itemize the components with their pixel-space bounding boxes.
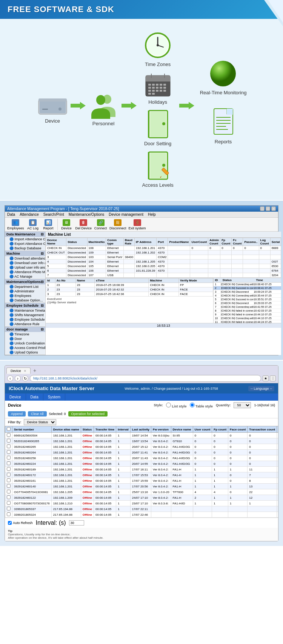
forward-btn[interactable]: › (15, 375, 21, 381)
disconnect-btn[interactable]: ⛓ Disconnect (109, 219, 126, 230)
nav-system[interactable]: System (43, 393, 65, 401)
nav-device[interactable]: Device (5, 393, 26, 401)
table-row[interactable]: 3929182460189192.168.1.201Offline00:00:1… (5, 467, 278, 472)
operation-btn[interactable]: Operation for selected (68, 411, 108, 417)
log-entry[interactable]: 7 [CHECK IN] Connecting with 16:41:55 07… (214, 305, 281, 309)
quantity-select[interactable]: 50 100 150 200 (234, 402, 251, 408)
table-row[interactable]: 3399201805324217.65.194.88Offline00:00:1… (5, 512, 278, 518)
menu-device-mgmt[interactable]: Device management (109, 212, 143, 217)
sidebar-access-priv[interactable]: 🔵 Access Control Privilege (5, 346, 45, 350)
sidebar-backup[interactable]: 🔵 Backup Database (5, 246, 45, 251)
sidebar-timezone[interactable]: 🔵 Timezone (5, 332, 45, 337)
table-row[interactable]: 6Disconnected106Ethernet101.81.228.39437… (46, 269, 281, 273)
sidebar-import[interactable]: 🔵 Import Attendance Checking Data (5, 237, 45, 241)
nav-data[interactable]: Data (26, 393, 43, 401)
table-row[interactable]: OGT70400570413O0081192.168.1.205Offline0… (5, 489, 278, 495)
filter-select[interactable]: Device Status (24, 419, 56, 425)
sidebar-att-rule[interactable]: 🔵 Attendance Rule (5, 322, 45, 326)
web-table-container[interactable]: Serial number Device alias name Status T… (5, 426, 278, 518)
del-device-btn[interactable]: 🗑 Del Device (75, 219, 92, 230)
sidebar-header-door[interactable]: door manage ⊟ (5, 327, 45, 332)
table-row[interactable]: CHECK INDisconnected108Ethernet192.168.1… (46, 246, 281, 251)
sidebar-db[interactable]: 🔵 Database Option... (5, 298, 45, 303)
event-row[interactable]: 123232018-07-25 16:08:39CHECK INFP (46, 283, 213, 287)
table-style-radio[interactable]: Table style (190, 403, 213, 408)
url-bar[interactable]: http://192.168.1.88:8082/iclock/data/icl… (30, 375, 261, 382)
append-btn[interactable]: Append (8, 411, 26, 417)
log-entry[interactable]: 10 [CHECK IN] Connecting with 16:44:10 0… (214, 317, 281, 320)
table-row[interactable]: 562031824600265192.168.1.201Offline00:00… (5, 438, 278, 444)
list-style-radio[interactable]: List style (166, 403, 187, 408)
sidebar-dl-user[interactable]: 🔵 Download user info and Fp (5, 261, 45, 265)
sidebar-timetable[interactable]: 🔵 Maintenance Timetables (5, 308, 45, 313)
language-btn[interactable]: -- Language -- (248, 386, 274, 391)
sidebar-admin[interactable]: 🔵 Administrator (5, 289, 45, 294)
log-entry[interactable]: 2 [CHECK IN] Succeed in conn 16:08:41 07… (214, 286, 281, 290)
event-row[interactable]: 323232018-07-25 16:42:36CHECK INFACE (46, 292, 213, 297)
sidebar-dl-logs[interactable]: 🔵 Download attendance logs (5, 256, 45, 261)
sidebar-ac[interactable]: 🔵 AC Manage (5, 274, 45, 279)
report-btn[interactable]: 📊 Report (42, 219, 55, 230)
log-entries-container[interactable]: 1 [CHECK IN] Connecting with 16:08:40 07… (214, 283, 281, 323)
log-entry[interactable]: 1 [CHECK IN] Connecting with 16:08:40 07… (214, 283, 281, 286)
table-row[interactable]: OGT70800607073O00176192.168.1.210Offline… (5, 501, 278, 506)
sidebar-unlock[interactable]: 🔵 Unlock Combination (5, 341, 45, 346)
sidebar-dept[interactable]: 🔵 Department List (5, 284, 45, 289)
sidebar-employees[interactable]: 🔵 Employees (5, 294, 45, 298)
event-row[interactable]: 223232018-07-25 16:42:32CHECK INFACE (46, 287, 213, 292)
menu-data[interactable]: Data (7, 212, 15, 217)
auto-refresh-checkbox[interactable] (8, 521, 12, 525)
browser-tab-device[interactable]: Device ✕ (6, 367, 31, 374)
log-entry[interactable]: 6 [CHECK IN] Disconnect 16:29:03 07-25 (214, 301, 281, 305)
menu-maintenance[interactable]: Maintenance/Options (69, 212, 105, 217)
sidebar-door[interactable]: 🔵 Door (5, 337, 45, 341)
table-row[interactable]: 3929182460140192.168.1.201Offline00:00:1… (5, 484, 278, 489)
table-row[interactable]: 66691825600504192.168.1.201Offline00:00:… (5, 433, 278, 438)
tab-close-btn[interactable]: ✕ (24, 369, 26, 373)
sidebar-ul-user[interactable]: 🔵 Upload user info and FP (5, 265, 45, 270)
sidebar-header-data[interactable]: Data Maintenance ⊟ (5, 232, 45, 237)
settings-btn[interactable]: ⋮ (270, 375, 276, 381)
connect-btn[interactable]: 🔗 Connect (94, 219, 107, 230)
bookmark-btn[interactable]: ★ (263, 375, 269, 381)
select-all-checkbox[interactable] (7, 427, 11, 431)
employees-btn[interactable]: 👥 Employees (7, 219, 24, 230)
clear-all-btn[interactable]: Clear All (28, 411, 47, 417)
table-row[interactable]: 4Disconnected104Ethernet192.168.1.205437… (46, 260, 281, 264)
sidebar-header-emp[interactable]: Employee Schedule ⊟ (5, 303, 45, 308)
sidebar-upload-opts[interactable]: 🔵 Upload Options (5, 350, 45, 355)
table-row[interactable]: 3929182460265192.168.1.201Offline00:00:1… (5, 444, 278, 450)
table-row[interactable]: CHECK OUTDisconnected109Ethernet192.168.… (46, 251, 281, 255)
table-row[interactable]: 3929182460172192.168.1.201Offline00:00:1… (5, 472, 278, 478)
table-row[interactable]: 3399201805337217.65.194.88Offline00:00:1… (5, 506, 278, 512)
minimize-btn[interactable]: _ (260, 206, 265, 211)
close-btn[interactable]: × (271, 206, 276, 211)
log-entry[interactable]: 9 [CHECK IN] failed in connect 16:44:10 … (214, 313, 281, 317)
log-entry[interactable]: 4 [CHECK IN] Connecting with 16:35:44 07… (214, 294, 281, 298)
menu-help[interactable]: Help (148, 212, 156, 217)
interval-input[interactable] (69, 520, 84, 526)
table-row[interactable]: 3929182460224192.168.1.201Offline00:00:1… (5, 461, 278, 467)
sidebar-export[interactable]: 🔵 Export Attendance Checking Data (5, 241, 45, 246)
log-entry[interactable]: 8 [CHECK IN] failed in connect 16:42:03 … (214, 309, 281, 313)
table-row[interactable]: 7Disconnected107USB3204 (46, 273, 281, 278)
new-tab-button[interactable]: + (31, 367, 38, 374)
log-entry[interactable]: 3 [CHECK IN] Disconnect 16:09:24 07-25 (214, 290, 281, 294)
table-row[interactable]: 3Disconnected103Serial Port/38400COM2 (46, 255, 281, 260)
auto-refresh-check[interactable]: Auto Refresh (8, 521, 33, 525)
sidebar-shifts[interactable]: 🔵 Shifts Management (5, 313, 45, 317)
machine-table-container[interactable]: Device Name Status MachineNo Comm type B… (46, 238, 281, 278)
back-btn[interactable]: ‹ (7, 375, 13, 381)
sidebar-photo[interactable]: 🔵 Attendance Photo Management (5, 270, 45, 274)
table-row[interactable]: 5Disconnected105Ethernet192.168.0.205437… (46, 264, 281, 269)
maximize-btn[interactable]: □ (266, 206, 270, 211)
table-row[interactable]: 3929182460258192.168.1.201Offline00:00:1… (5, 455, 278, 461)
log-entry[interactable]: 5 [CHECK IN] Succeed in conn 16:35:51 07… (214, 298, 281, 301)
aclog-btn[interactable]: 📋 AC Log (26, 219, 40, 230)
exit-system-btn[interactable]: 🚪 Exit system (129, 219, 146, 230)
table-row[interactable]: 3929182460161192.168.1.201Offline00:00:1… (5, 478, 278, 484)
sidebar-header-maint[interactable]: Maintenance/Options ⊟ (5, 279, 45, 284)
log-entry[interactable]: 11 [CHECK IN] failed in connect 16:44:24… (214, 320, 281, 323)
sidebar-emp-sched[interactable]: 🔵 Employee Schedule (5, 317, 45, 322)
device-btn[interactable]: 🖥 Device (60, 219, 73, 230)
